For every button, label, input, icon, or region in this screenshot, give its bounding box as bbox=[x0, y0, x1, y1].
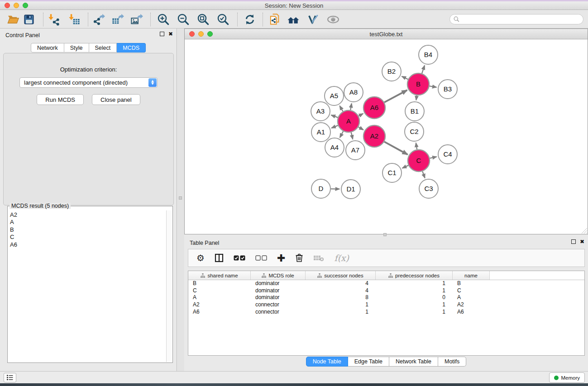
column-header-name[interactable]: name bbox=[453, 271, 490, 280]
tab-network[interactable]: Network bbox=[31, 43, 64, 52]
table-cell[interactable]: dominator bbox=[251, 294, 306, 301]
tab-select[interactable]: Select bbox=[89, 43, 117, 52]
export-network-icon[interactable] bbox=[92, 13, 105, 26]
result-item-c[interactable]: C bbox=[10, 234, 166, 241]
result-scrollbar[interactable] bbox=[166, 210, 172, 362]
divider-handle[interactable] bbox=[179, 196, 182, 200]
tab-motifs[interactable]: Motifs bbox=[438, 357, 466, 367]
export-table-icon[interactable] bbox=[111, 13, 124, 26]
graph-edge-A-A7[interactable] bbox=[351, 132, 353, 139]
graph-edge-C-C2[interactable] bbox=[416, 143, 417, 150]
refresh-icon[interactable] bbox=[243, 13, 257, 26]
show-details-icon[interactable] bbox=[326, 13, 340, 26]
graph-edge-A-A3[interactable] bbox=[331, 115, 338, 117]
tab-edge-table[interactable]: Edge Table bbox=[348, 357, 389, 367]
window-resize-grip[interactable] bbox=[581, 228, 587, 234]
table-cell[interactable]: A6 bbox=[188, 309, 251, 316]
graph-edge-A-A4[interactable] bbox=[340, 131, 343, 138]
table-cell[interactable]: 1 bbox=[376, 287, 453, 295]
graph-edge-C-C1[interactable] bbox=[402, 165, 409, 168]
table-row-a[interactable]: Adominator80A bbox=[188, 294, 584, 301]
search-input[interactable] bbox=[449, 14, 583, 24]
result-item-a2[interactable]: A2 bbox=[10, 211, 166, 219]
close-panel-button[interactable]: Close panel bbox=[92, 94, 140, 105]
deselect-all-rows-icon[interactable] bbox=[255, 253, 267, 263]
table-cell[interactable]: A2 bbox=[188, 301, 251, 309]
graph-edge-B-B4[interactable] bbox=[422, 66, 425, 74]
result-item-a6[interactable]: A6 bbox=[10, 241, 166, 248]
tab-network-table[interactable]: Network Table bbox=[389, 357, 438, 367]
table-row-b[interactable]: Bdominator41B bbox=[188, 280, 584, 287]
graph-edge-B-B3[interactable] bbox=[430, 86, 437, 87]
column-selector-icon[interactable] bbox=[215, 253, 224, 263]
graph-edge-B-B1[interactable] bbox=[416, 95, 416, 100]
graph-edge-A-A8[interactable] bbox=[350, 104, 352, 110]
table-cell[interactable]: connector bbox=[251, 309, 306, 316]
column-header-shared-name[interactable]: shared name bbox=[188, 271, 251, 280]
table-cell[interactable]: C bbox=[188, 287, 251, 295]
table-cell[interactable]: dominator bbox=[251, 280, 306, 287]
float-panel-icon[interactable] bbox=[160, 32, 164, 36]
close-table-panel-icon[interactable]: ✖ bbox=[580, 239, 584, 244]
panel-divider[interactable] bbox=[177, 29, 184, 371]
zoom-out-icon[interactable] bbox=[177, 13, 190, 26]
column-header-successor-nodes[interactable]: successor nodes bbox=[306, 271, 376, 280]
table-cell[interactable]: A bbox=[453, 294, 490, 301]
table-row-a2[interactable]: A2connector11A2 bbox=[188, 301, 584, 309]
column-header-MCDS-role[interactable]: MCDS role bbox=[251, 271, 306, 280]
graph-edge-A6-B[interactable] bbox=[384, 90, 407, 102]
table-cell[interactable]: A6 bbox=[453, 309, 490, 316]
column-header-predecessor-nodes[interactable]: predecessor nodes bbox=[376, 271, 453, 280]
zoom-selected-icon[interactable] bbox=[216, 13, 230, 26]
table-cell[interactable]: 1 bbox=[376, 280, 453, 287]
add-column-icon[interactable]: ✚ bbox=[277, 253, 285, 263]
delete-table-icon[interactable] bbox=[313, 253, 324, 263]
network-canvas[interactable]: AA2A6BCA1A3A4A5A7A8B1B2B3B4C1C2C3C4DD1 bbox=[185, 39, 588, 234]
result-item-a[interactable]: A bbox=[10, 219, 166, 226]
criterion-dropdown[interactable]: largest connected component (directed) ▲… bbox=[19, 77, 158, 88]
graph-edge-A-A2[interactable] bbox=[359, 127, 363, 130]
horizontal-divider-handle[interactable] bbox=[383, 233, 387, 236]
network-graph[interactable]: AA2A6BCA1A3A4A5A7A8B1B2B3B4C1C2C3C4DD1 bbox=[185, 39, 588, 234]
table-cell[interactable]: 4 bbox=[306, 287, 376, 295]
graph-edge-A-A6[interactable] bbox=[359, 114, 363, 116]
float-table-panel-icon[interactable] bbox=[571, 239, 576, 244]
table-cell[interactable]: 4 bbox=[306, 280, 376, 287]
result-item-b[interactable]: B bbox=[10, 226, 166, 234]
open-session-icon[interactable] bbox=[6, 13, 20, 26]
graph-edge-B-B2[interactable] bbox=[402, 76, 408, 80]
table-row-c[interactable]: Cdominator41C bbox=[188, 287, 584, 295]
table-cell[interactable]: 8 bbox=[306, 294, 376, 301]
import-table-icon[interactable] bbox=[67, 13, 81, 26]
first-neighbors-icon[interactable] bbox=[287, 13, 300, 26]
graph-edge-A-A1[interactable] bbox=[331, 125, 338, 128]
select-all-rows-icon[interactable] bbox=[234, 253, 245, 263]
table-cell[interactable]: C bbox=[453, 287, 490, 295]
table-cell[interactable]: 1 bbox=[306, 301, 376, 309]
table-cell[interactable]: connector bbox=[251, 301, 306, 309]
table-cell[interactable]: B bbox=[188, 280, 251, 287]
tab-mcds[interactable]: MCDS bbox=[117, 43, 146, 52]
export-image-icon[interactable] bbox=[130, 13, 143, 26]
tab-node-table[interactable]: Node Table bbox=[306, 357, 348, 367]
table-cell[interactable]: 1 bbox=[376, 301, 453, 309]
graph-edge-C-C3[interactable] bbox=[422, 172, 425, 178]
network-window-titlebar[interactable]: testGlobe.txt bbox=[185, 29, 588, 39]
table-cell[interactable]: 1 bbox=[376, 309, 453, 316]
table-cell[interactable]: dominator bbox=[251, 287, 306, 295]
graph-edge-A-A5[interactable] bbox=[339, 106, 343, 112]
tab-style[interactable]: Style bbox=[64, 43, 89, 52]
table-cell[interactable]: 0 bbox=[376, 294, 453, 301]
graph-edge-A2-C[interactable] bbox=[384, 142, 408, 154]
close-panel-icon[interactable]: ✖ bbox=[168, 32, 173, 36]
zoom-fit-icon[interactable] bbox=[196, 13, 210, 26]
task-history-button[interactable] bbox=[4, 373, 16, 382]
table-cell[interactable]: B bbox=[453, 280, 490, 287]
table-cell[interactable]: 1 bbox=[306, 309, 376, 316]
table-row-a6[interactable]: A6connector11A6 bbox=[188, 309, 584, 316]
table-cell[interactable]: A bbox=[188, 294, 251, 301]
run-mcds-button[interactable]: Run MCDS bbox=[37, 94, 84, 105]
import-network-icon[interactable] bbox=[47, 13, 61, 26]
zoom-in-icon[interactable] bbox=[157, 13, 170, 26]
table-options-icon[interactable]: ⚙ bbox=[196, 253, 205, 263]
